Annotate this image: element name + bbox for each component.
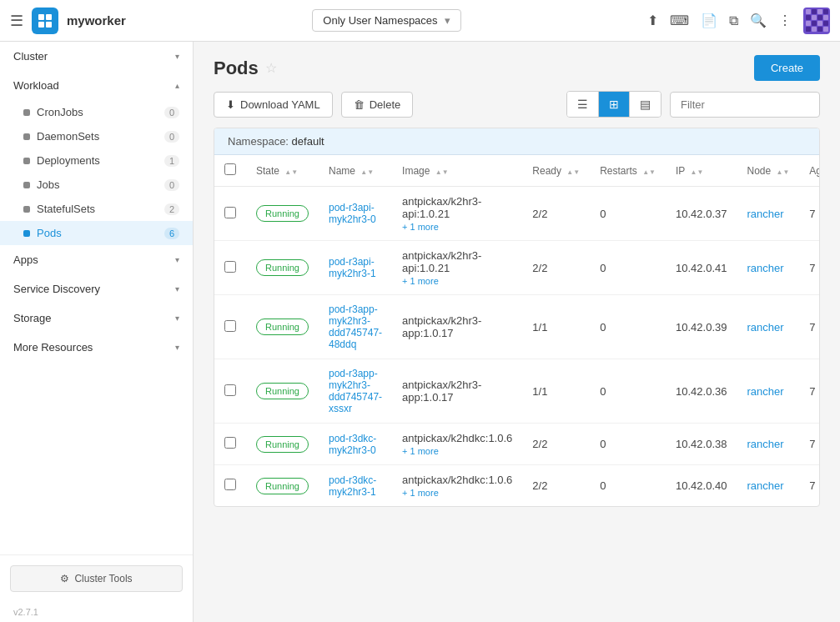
pod-name-link[interactable]: pod-r3app-myk2hr3-ddd745747-xssxr: [329, 368, 382, 414]
pod-name-link[interactable]: pod-r3app-myk2hr3-ddd745747-48ddq: [329, 303, 382, 350]
image-cell: antpickax/k2hr3-app:1.0.17: [392, 359, 522, 424]
namespace-banner: Namespace: default: [214, 128, 819, 155]
sidebar-item-cluster[interactable]: Cluster ▾: [0, 42, 193, 71]
age-cell: 7 mins: [799, 187, 820, 241]
state-badge: Running: [256, 436, 309, 453]
gear-icon: ⚙: [60, 573, 69, 584]
age-value: 7 mins: [809, 479, 820, 492]
row-checkbox[interactable]: [224, 437, 236, 449]
sidebar-item-storage[interactable]: Storage ▾: [0, 303, 193, 333]
content-area: Pods ☆ Create ⬇ Download YAML 🗑 Delete ☰…: [194, 42, 840, 622]
sidebar-item-workload[interactable]: Workload ▴: [0, 71, 193, 100]
filter-input[interactable]: [670, 92, 820, 118]
svg-rect-2: [38, 22, 44, 28]
copy-icon[interactable]: ⧉: [729, 13, 738, 28]
age-cell: 7 mins: [799, 359, 820, 424]
ready-column-header[interactable]: Ready ▲▼: [522, 155, 590, 187]
cluster-tools-button[interactable]: ⚙ Cluster Tools: [10, 565, 183, 592]
image-more-link[interactable]: + 1 more: [402, 446, 512, 456]
select-all-checkbox[interactable]: [224, 163, 236, 175]
node-link[interactable]: rancher: [747, 479, 783, 492]
namespace-select[interactable]: Only User Namespaces ▾: [312, 9, 460, 32]
node-link[interactable]: rancher: [747, 321, 783, 334]
view-table-button[interactable]: ▤: [630, 92, 661, 117]
sidebar-item-pods[interactable]: Pods 6: [0, 221, 193, 245]
state-badge: Running: [256, 319, 309, 335]
node-cell: rancher: [737, 187, 799, 241]
create-button[interactable]: Create: [754, 55, 820, 81]
ready-cell: 1/1: [522, 295, 590, 359]
pod-name-link[interactable]: pod-r3dkc-myk2hr3-0: [329, 433, 382, 456]
file-icon[interactable]: 📄: [701, 13, 717, 28]
avatar[interactable]: [803, 8, 830, 34]
search-icon[interactable]: 🔍: [750, 13, 767, 28]
node-link[interactable]: rancher: [747, 385, 783, 398]
state-cell: Running: [246, 187, 319, 241]
pod-name-link[interactable]: pod-r3dkc-myk2hr3-1: [329, 474, 382, 498]
image-cell: antpickax/k2hr3-app:1.0.17: [392, 295, 522, 359]
view-grid-button[interactable]: ⊞: [599, 92, 630, 117]
node-link[interactable]: rancher: [747, 208, 783, 220]
ip-value: 10.42.0.36: [676, 385, 727, 398]
cluster-label: Cluster: [13, 50, 48, 63]
image-cell: antpickax/k2hdkc:1.0.6 + 1 more: [392, 424, 522, 465]
name-sort-icon: ▲▼: [360, 171, 374, 175]
download-yaml-button[interactable]: ⬇ Download YAML: [214, 92, 333, 118]
terminal-icon[interactable]: ⌨: [670, 13, 689, 28]
state-column-header[interactable]: State ▲▼: [246, 155, 319, 187]
top-navigation: ☰ myworker Only User Namespaces ▾ ⬆ ⌨ 📄 …: [0, 0, 840, 42]
namespace-value: default: [292, 135, 324, 148]
row-checkbox[interactable]: [224, 384, 236, 396]
view-list-button[interactable]: ☰: [567, 92, 599, 117]
image-more-link[interactable]: + 1 more: [402, 276, 512, 286]
node-link[interactable]: rancher: [747, 262, 783, 274]
pod-name-link[interactable]: pod-r3api-myk2hr3-1: [329, 256, 382, 279]
pod-name-link[interactable]: pod-r3api-myk2hr3-0: [329, 202, 382, 225]
image-more-link[interactable]: + 1 more: [402, 222, 512, 232]
node-column-header[interactable]: Node ▲▼: [737, 155, 799, 187]
statefulsets-count: 2: [164, 203, 179, 215]
download-yaml-label: Download YAML: [240, 98, 320, 111]
name-column-header[interactable]: Name ▲▼: [319, 155, 392, 187]
jobs-label: Jobs: [37, 178, 164, 191]
more-icon[interactable]: ⋮: [778, 13, 792, 28]
upload-icon[interactable]: ⬆: [647, 13, 658, 28]
row-checkbox[interactable]: [224, 320, 236, 332]
table-row: Running pod-r3dkc-myk2hr3-0 antpickax/k2…: [214, 424, 820, 465]
daemonsets-label: DaemonSets: [37, 130, 164, 143]
star-icon[interactable]: ☆: [265, 60, 277, 76]
sidebar-section-storage: Storage ▾: [0, 303, 193, 333]
age-cell: 7 mins: [799, 241, 820, 295]
row-checkbox[interactable]: [224, 479, 236, 490]
age-column-header[interactable]: Age ▲▼: [799, 155, 820, 187]
sidebar-item-service-discovery[interactable]: Service Discovery ▾: [0, 274, 193, 303]
restarts-value: 0: [600, 438, 606, 450]
sidebar-item-daemonsets[interactable]: DaemonSets 0: [0, 124, 193, 148]
image-column-header[interactable]: Image ▲▼: [392, 155, 522, 187]
name-cell: pod-r3api-myk2hr3-1: [319, 241, 392, 295]
sidebar-item-jobs[interactable]: Jobs 0: [0, 173, 193, 197]
state-cell: Running: [246, 295, 319, 359]
row-checkbox-cell: [214, 424, 246, 465]
deployments-dot: [23, 158, 30, 164]
restarts-column-header[interactable]: Restarts ▲▼: [590, 155, 666, 187]
sidebar: Cluster ▾ Workload ▴ CronJobs 0 DaemonSe…: [0, 42, 194, 622]
restarts-cell: 0: [590, 424, 666, 465]
hamburger-icon[interactable]: ☰: [10, 12, 23, 30]
ip-column-header[interactable]: IP ▲▼: [666, 155, 737, 187]
sidebar-item-deployments[interactable]: Deployments 1: [0, 148, 193, 173]
sidebar-item-cronjobs[interactable]: CronJobs 0: [0, 100, 193, 124]
delete-button[interactable]: 🗑 Delete: [341, 92, 414, 118]
restarts-cell: 0: [590, 187, 666, 241]
cronjobs-count: 0: [164, 107, 179, 118]
sidebar-item-more-resources[interactable]: More Resources ▾: [0, 333, 193, 362]
node-link[interactable]: rancher: [747, 438, 783, 450]
sidebar-item-apps[interactable]: Apps ▾: [0, 245, 193, 274]
image-more-link[interactable]: + 1 more: [402, 488, 512, 498]
sidebar-item-statefulsets[interactable]: StatefulSets 2: [0, 197, 193, 221]
row-checkbox[interactable]: [224, 207, 236, 218]
ip-cell: 10.42.0.37: [666, 187, 737, 241]
age-value: 7 mins: [809, 262, 820, 274]
state-badge: Running: [256, 205, 309, 222]
row-checkbox[interactable]: [224, 261, 236, 273]
